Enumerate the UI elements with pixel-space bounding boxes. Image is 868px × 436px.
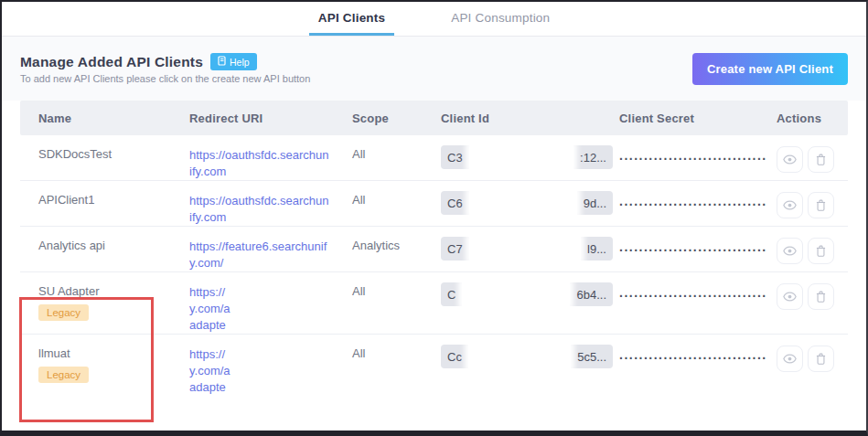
row-scope: Analytics [352, 239, 441, 252]
delete-client-button[interactable] [808, 146, 834, 173]
table-row: SU Adapter Legacy https://y.com/aadapte … [20, 272, 848, 335]
delete-client-button[interactable] [808, 346, 834, 372]
trash-icon [816, 245, 826, 257]
row-name: Analytics api [38, 239, 189, 252]
client-id-value: C 6b4... [441, 282, 613, 306]
client-secret-masked: .................................. [619, 148, 766, 163]
view-secret-button[interactable] [777, 346, 803, 372]
trash-icon [816, 199, 826, 211]
client-id-start: C7 [441, 242, 469, 256]
col-header-scope: Scope [352, 112, 441, 125]
redirect-uri-link[interactable]: https://y.com/aadapte [189, 284, 352, 334]
row-scope: All [352, 346, 441, 360]
client-secret-masked: .................................. [619, 285, 766, 300]
col-header-actions: Actions [777, 112, 848, 125]
client-id-value: C7 l9... [441, 237, 613, 261]
row-name: APIClient1 [38, 193, 189, 207]
view-secret-button[interactable] [777, 238, 803, 264]
client-id-end: 6b4... [570, 288, 613, 302]
tab-bar: API Clients API Consumption [2, 2, 866, 37]
client-id-redaction [469, 237, 581, 261]
client-id-redaction [469, 145, 573, 169]
client-id-start: C6 [441, 197, 469, 210]
page-title: Manage Added API Clients [20, 54, 203, 70]
page-subtitle: To add new API Clients please click on t… [20, 73, 310, 84]
client-id-value: Cc 5c5... [441, 345, 613, 368]
eye-icon [783, 154, 797, 165]
col-header-client-secret: Client Secret [619, 112, 777, 125]
delete-client-button[interactable] [808, 238, 834, 264]
tab-api-consumption[interactable]: API Consumption [442, 2, 559, 36]
eye-icon [783, 292, 797, 302]
tab-api-clients[interactable]: API Clients [309, 2, 394, 36]
row-name: SU Adapter [38, 284, 189, 298]
redirect-uri-link[interactable]: https://y.com/aadapte [189, 346, 352, 396]
legacy-badge: Legacy [38, 367, 89, 383]
redirect-uri-link[interactable]: https://feature6.searchunify.com/ [189, 239, 352, 271]
client-id-start: Cc [441, 350, 468, 364]
trash-icon [816, 154, 826, 165]
table-row: SDKDocsTest https://oauthsfdc.searchunif… [20, 135, 848, 181]
table-row: llmuat Legacy https://y.com/aadapte All … [20, 335, 848, 396]
document-icon [218, 56, 226, 68]
delete-client-button[interactable] [808, 192, 834, 218]
client-id-value: C3 :12... [441, 145, 613, 169]
trash-icon [816, 353, 826, 365]
col-header-redirect-uri: Redirect URI [189, 112, 352, 125]
client-secret-masked: .................................. [619, 347, 766, 362]
client-id-end: 9d... [577, 197, 613, 210]
client-id-redaction [469, 191, 577, 215]
create-api-client-button[interactable]: Create new API Client [692, 53, 848, 85]
row-name: llmuat [38, 346, 189, 360]
client-id-start: C3 [441, 151, 469, 165]
table-body: SDKDocsTest https://oauthsfdc.searchunif… [20, 135, 848, 396]
view-secret-button[interactable] [777, 146, 803, 173]
eye-icon [783, 354, 797, 364]
table-row: Analytics api https://feature6.searchuni… [20, 227, 848, 272]
client-id-value: C6 9d... [441, 191, 613, 215]
client-id-end: l9... [581, 242, 613, 256]
legacy-badge: Legacy [38, 304, 89, 321]
client-secret-masked: .................................. [619, 239, 766, 254]
trash-icon [816, 291, 826, 303]
client-id-start: C [441, 288, 462, 302]
view-secret-button[interactable] [777, 192, 803, 218]
client-id-end: :12... [573, 151, 613, 165]
eye-icon [783, 200, 797, 210]
table-row: APIClient1 https://oauthsfdc.searchunify… [20, 181, 848, 227]
row-scope: All [352, 284, 441, 298]
table-header-row: Name Redirect URI Scope Client Id Client… [20, 101, 848, 135]
eye-icon [783, 246, 797, 256]
api-clients-page: API Clients API Consumption Manage Added… [0, 0, 868, 436]
page-header: Manage Added API Clients Help To add new… [2, 37, 866, 101]
row-scope: All [352, 193, 441, 207]
redirect-uri-link[interactable]: https://oauthsfdc.searchunify.com [189, 193, 352, 226]
row-name: SDKDocsTest [38, 147, 189, 161]
view-secret-button[interactable] [777, 283, 803, 310]
api-clients-table: Name Redirect URI Scope Client Id Client… [20, 101, 848, 396]
client-id-end: 5c5... [571, 350, 613, 364]
client-id-redaction [468, 345, 571, 368]
help-button[interactable]: Help [210, 53, 257, 70]
redirect-uri-link[interactable]: https://oauthsfdc.searchunify.com [189, 147, 352, 180]
client-secret-masked: .................................. [619, 194, 766, 208]
delete-client-button[interactable] [808, 283, 834, 310]
client-id-redaction [462, 282, 570, 306]
col-header-name: Name [20, 112, 189, 125]
col-header-client-id: Client Id [441, 112, 619, 125]
help-label: Help [230, 57, 250, 68]
row-scope: All [352, 147, 441, 161]
